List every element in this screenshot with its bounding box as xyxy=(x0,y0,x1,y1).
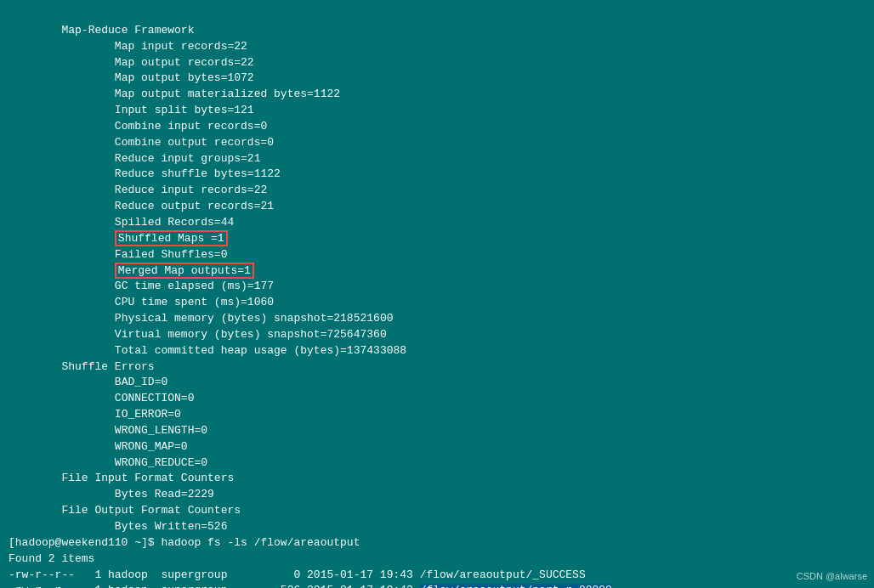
shuffle-errors-header: Shuffle Errors xyxy=(9,360,155,373)
map-output-materialized-bytes: Map output materialized bytes=1122 xyxy=(9,88,340,100)
found-2-items: Found 2 items xyxy=(9,552,94,565)
spilled-records: Spilled Records=44 xyxy=(9,216,234,229)
reduce-shuffle-bytes: Reduce shuffle bytes=1122 xyxy=(9,167,281,180)
reduce-input-groups: Reduce input groups=21 xyxy=(9,152,260,165)
shuffled-maps-line: Shuffled Maps =1 xyxy=(9,230,228,246)
wrong-reduce: WRONG_REDUCE=0 xyxy=(9,456,207,469)
reduce-input-records: Reduce input records=22 xyxy=(9,184,267,196)
terminal-output: Map-Reduce Framework Map input records=2… xyxy=(9,7,865,588)
map-output-bytes: Map output bytes=1072 xyxy=(9,71,254,84)
file-part-r-line: -rw-r--r-- 1 hadoop supergroup 526 2015-… xyxy=(9,584,612,588)
shuffled-maps-highlight: Shuffled Maps =1 xyxy=(115,230,228,246)
reduce-output-records: Reduce output records=21 xyxy=(9,200,274,212)
map-output-records: Map output records=22 xyxy=(9,56,254,69)
combine-input-records: Combine input records=0 xyxy=(9,120,267,133)
file-part-r-selected: /flow/areaoutput/part-r-00000 xyxy=(420,584,612,588)
file-success: -rw-r--r-- 1 hadoop supergroup 0 2015-01… xyxy=(9,568,586,581)
connection: CONNECTION=0 xyxy=(9,392,194,404)
watermark: CSDN @alwarse xyxy=(797,571,867,581)
combine-output-records: Combine output records=0 xyxy=(9,136,274,149)
merged-map-outputs-line: Merged Map outputs=1 xyxy=(9,263,254,279)
map-input-records: Map input records=22 xyxy=(9,40,247,53)
cmd-ls-areaoutput: [hadoop@weekend110 ~]$ hadoop fs -ls /fl… xyxy=(9,536,360,549)
io-error: IO_ERROR=0 xyxy=(9,408,181,421)
physical-memory-snapshot: Physical memory (bytes) snapshot=2185216… xyxy=(9,312,393,325)
wrong-length: WRONG_LENGTH=0 xyxy=(9,424,207,437)
bytes-read: Bytes Read=2229 xyxy=(9,488,214,500)
merged-map-outputs-highlight: Merged Map outputs=1 xyxy=(115,263,254,279)
gc-time-elapsed: GC time elapsed (ms)=177 xyxy=(9,280,274,292)
file-input-format-counters: File Input Format Counters xyxy=(9,472,234,484)
input-split-bytes: Input split bytes=121 xyxy=(9,104,254,116)
virtual-memory-snapshot: Virtual memory (bytes) snapshot=72564736… xyxy=(9,328,387,341)
wrong-map: WRONG_MAP=0 xyxy=(9,440,188,453)
cpu-time-spent: CPU time spent (ms)=1060 xyxy=(9,296,274,308)
framework-header: Map-Reduce Framework xyxy=(9,24,194,37)
file-output-format-counters: File Output Format Counters xyxy=(9,504,241,517)
bad-id: BAD_ID=0 xyxy=(9,376,167,388)
bytes-written: Bytes Written=526 xyxy=(9,520,227,533)
total-committed-heap: Total committed heap usage (bytes)=13743… xyxy=(9,344,406,357)
failed-shuffles: Failed Shuffles=0 xyxy=(9,248,227,261)
